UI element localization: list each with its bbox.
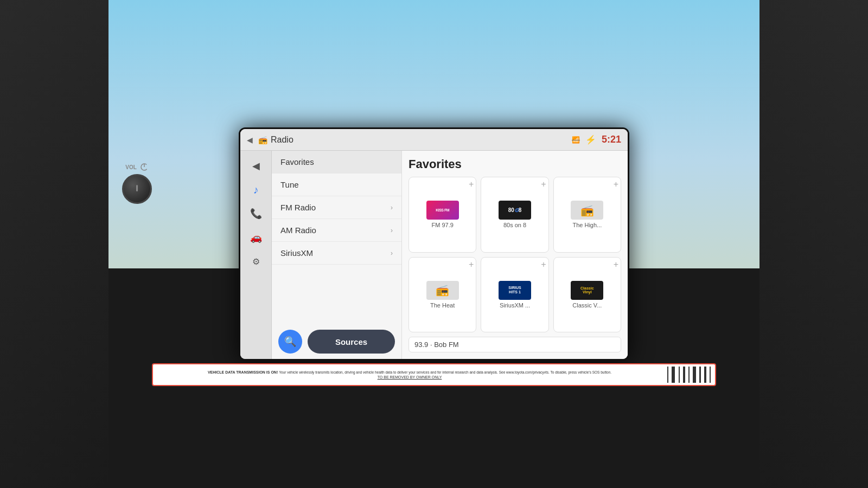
sidebar-phone-icon[interactable]: 📞 — [245, 203, 267, 224]
favorite-card-thehigh[interactable]: + 📻 The High... — [553, 177, 621, 253]
station-name-80son8: 80s on 8 — [503, 222, 526, 228]
menu-item-favorites[interactable]: Favorites — [272, 151, 401, 174]
favorites-title: Favorites — [409, 157, 621, 171]
main-content-area: ◀ ♪ 📞 🚗 ⚙ Favorites Tune FM Radio — [240, 151, 628, 359]
sticker-text-content: VEHICLE DATA TRANSMISSION IS ON! Your ve… — [157, 370, 662, 379]
station-logo-theheat: 📻 — [426, 281, 459, 300]
station-logo-siriusxm: SIRIUSHITS 1 — [499, 281, 531, 300]
header-status-icons: 📶 ⚡ 5:21 — [572, 134, 621, 145]
station-name-theheat: The Heat — [430, 302, 455, 309]
menu-item-tune[interactable]: Tune — [272, 174, 401, 196]
car-right-panel — [760, 0, 868, 488]
infotainment-ui: ◀ 📻 Radio 📶 ⚡ 5:21 ◀ ♪ 📞 🚗 ⚙ — [240, 129, 628, 359]
kiss-fm-logo: KISS FM — [426, 201, 459, 220]
sources-button[interactable]: Sources — [308, 330, 395, 354]
add-favorite-icon[interactable]: + — [614, 260, 618, 269]
clock-display: 5:21 — [602, 134, 621, 145]
favorite-card-theheat[interactable]: + 📻 The Heat — [409, 257, 476, 333]
bluetooth-icon: ⚡ — [585, 134, 596, 145]
station-name-thehigh: The High... — [572, 222, 602, 228]
sirius-logo: SIRIUSHITS 1 — [499, 281, 531, 300]
car-left-panel — [0, 0, 108, 488]
favorite-card-classicv[interactable]: + ClassicVinyl Classic V... — [553, 257, 621, 333]
station-logo-thehigh: 📻 — [571, 201, 603, 220]
vol-label: VOL — [125, 164, 137, 170]
favorite-card-siriusxm[interactable]: + SIRIUSHITS 1 SiriusXM ... — [481, 257, 548, 333]
sidebar-car-icon[interactable]: 🚗 — [245, 227, 267, 248]
now-playing-bar: 93.9 · Bob FM — [409, 337, 621, 352]
sidebar-settings-icon[interactable]: ⚙ — [245, 251, 267, 272]
sidebar-nav: ◀ ♪ 📞 🚗 ⚙ — [240, 151, 272, 359]
station-name-siriusxm: SiriusXM ... — [500, 302, 530, 309]
barcode — [667, 367, 711, 383]
menu-item-am-radio[interactable]: AM Radio › — [272, 219, 401, 242]
add-favorite-icon[interactable]: + — [469, 179, 474, 189]
add-favorite-icon[interactable]: + — [541, 179, 546, 189]
sidebar-music-icon[interactable]: ♪ — [245, 179, 267, 201]
menu-panel: Favorites Tune FM Radio › AM Radio › Sir — [272, 151, 402, 359]
add-favorite-icon[interactable]: + — [541, 260, 546, 269]
sticker-remove: TO BE REMOVED BY OWNER ONLY — [157, 375, 662, 379]
80s8-logo: 80⊙8 — [499, 201, 531, 220]
volume-knob[interactable] — [122, 174, 152, 204]
classic-vinyl-logo: ClassicVinyl — [571, 281, 603, 300]
station-logo-fm979: KISS FM — [426, 201, 459, 220]
vehicle-data-sticker: VEHICLE DATA TRANSMISSION IS ON! Your ve… — [152, 363, 716, 386]
back-arrow-icon[interactable]: ◀ — [247, 136, 253, 144]
action-bar: 🔍 Sources — [272, 324, 401, 359]
favorite-card-fm979[interactable]: + KISS FM FM 97.9 — [409, 177, 476, 253]
generic-logo: 📻 — [571, 201, 603, 220]
menu-item-siriusxm[interactable]: SiriusXM › — [272, 242, 401, 265]
favorites-grid: + KISS FM FM 97.9 + — [409, 177, 621, 332]
favorite-card-80son8[interactable]: + 80⊙8 80s on 8 — [481, 177, 548, 253]
station-logo-classicv: ClassicVinyl — [571, 281, 603, 300]
radio-header-icon: 📻 — [258, 136, 267, 144]
content-panel: Favorites + KISS FM FM 97.9 — [402, 151, 628, 359]
sticker-body: Your vehicle wirelessly transmits locati… — [279, 370, 611, 374]
header-bar: ◀ 📻 Radio 📶 ⚡ 5:21 — [240, 129, 628, 151]
power-icon[interactable] — [140, 163, 149, 171]
infotainment-screen: ◀ 📻 Radio 📶 ⚡ 5:21 ◀ ♪ 📞 🚗 ⚙ — [239, 127, 629, 361]
volume-control-area: VOL — [122, 163, 152, 204]
station-name-classicv: Classic V... — [572, 302, 602, 309]
chevron-icon: › — [391, 227, 393, 234]
search-button[interactable]: 🔍 — [278, 330, 302, 354]
chevron-icon: › — [391, 204, 393, 211]
sidebar-back-icon[interactable]: ◀ — [245, 155, 267, 177]
chevron-icon: › — [391, 249, 393, 257]
signal-off-icon: 📶 — [572, 136, 580, 144]
station-logo-80son8: 80⊙8 — [499, 201, 531, 220]
menu-item-fm-radio[interactable]: FM Radio › — [272, 196, 401, 219]
add-favorite-icon[interactable]: + — [469, 260, 474, 269]
generic-logo-heat: 📻 — [426, 281, 459, 300]
add-favorite-icon[interactable]: + — [614, 179, 618, 189]
sticker-warning: VEHICLE DATA TRANSMISSION IS ON! Your ve… — [157, 370, 662, 374]
header-title: Radio — [271, 135, 572, 145]
station-name-fm979: FM 97.9 — [431, 222, 453, 228]
